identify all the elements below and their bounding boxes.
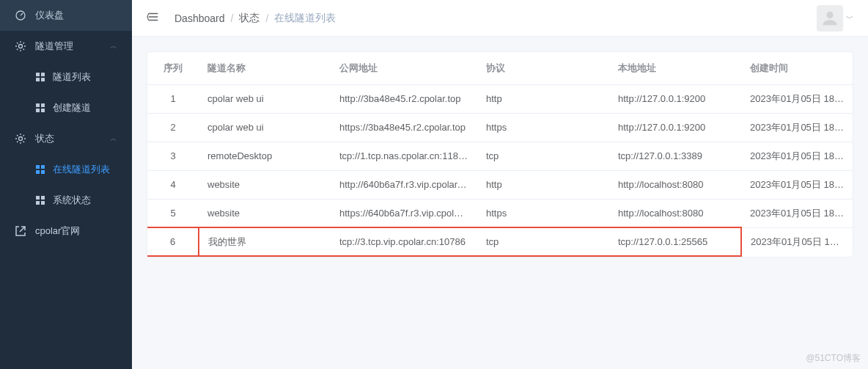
cell-name: website: [199, 170, 331, 199]
cell-local: tcp://127.0.0.1:3389: [609, 142, 741, 170]
cell-created: 2023年01月05日 18时42分35秒: [741, 170, 853, 199]
sidebar-item-cpolar-site[interactable]: cpolar官网: [0, 216, 132, 246]
breadcrumb-item-current: 在线隧道列表: [274, 12, 336, 25]
sidebar-group-tunnel-manage[interactable]: 隧道管理 ︿: [0, 31, 132, 62]
gear-icon: [15, 40, 26, 52]
cell-proto: https: [477, 199, 609, 227]
cell-proto: http: [477, 84, 609, 113]
svg-rect-9: [41, 109, 45, 112]
svg-rect-18: [41, 201, 45, 205]
svg-point-10: [19, 137, 23, 141]
cell-created: 2023年01月05日 18时43分09秒: [741, 113, 853, 142]
svg-rect-17: [36, 201, 40, 205]
cell-created: 2023年01月05日 18时48分45秒: [741, 227, 853, 256]
svg-rect-2: [36, 73, 40, 76]
cell-seq: 6: [147, 227, 199, 256]
menu-toggle-button[interactable]: [147, 10, 160, 26]
sidebar-item-system-status[interactable]: 系统状态: [0, 185, 132, 216]
user-menu[interactable]: ﹀: [817, 5, 853, 32]
cell-local: http://localhost:8080: [609, 170, 741, 199]
tunnel-table-card: 序列 隧道名称 公网地址 协议 本地地址 创建时间 1cpolar web ui…: [147, 51, 853, 257]
svg-rect-14: [41, 170, 45, 174]
sidebar-item-label: 仪表盘: [35, 9, 64, 22]
cell-created: 2023年01月05日 18时42分35秒: [741, 199, 853, 227]
grid-icon: [35, 195, 45, 205]
sidebar-item-label: 系统状态: [53, 194, 91, 207]
breadcrumb-item[interactable]: 状态: [239, 12, 260, 25]
chevron-up-icon: ︿: [110, 134, 117, 144]
svg-rect-8: [36, 109, 40, 112]
cell-seq: 4: [147, 170, 199, 199]
breadcrumb-item[interactable]: Dashboard: [174, 12, 225, 24]
sidebar-group-status[interactable]: 状态 ︿: [0, 123, 132, 154]
breadcrumb-separator: /: [231, 12, 234, 24]
table-row[interactable]: 5websitehttps://640b6a7f.r3.vip.cpolar.c…: [147, 199, 853, 227]
cell-proto: http: [477, 170, 609, 199]
cell-name: cpolar web ui: [199, 84, 331, 113]
grid-icon: [35, 103, 45, 113]
sidebar: 仪表盘 隧道管理 ︿ 隧道列表 创建隧道: [0, 0, 132, 369]
cell-seq: 5: [147, 199, 199, 227]
cell-name: cpolar web ui: [199, 113, 331, 142]
sidebar-item-label: 隧道管理: [35, 40, 73, 53]
cell-name: remoteDesktop: [199, 142, 331, 170]
svg-point-1: [19, 45, 23, 48]
sidebar-item-label: 创建隧道: [53, 101, 91, 114]
table-row[interactable]: 4websitehttp://640b6a7f.r3.vip.cpolar.cn…: [147, 170, 853, 199]
sidebar-item-tunnel-list[interactable]: 隧道列表: [0, 62, 132, 92]
gauge-icon: [15, 10, 26, 21]
avatar: [817, 5, 843, 32]
cell-local: http://localhost:8080: [609, 199, 741, 227]
svg-rect-3: [41, 73, 45, 76]
cell-proto: tcp: [477, 227, 609, 256]
table-header-row: 序列 隧道名称 公网地址 协议 本地地址 创建时间: [147, 52, 853, 84]
cell-local: http://127.0.0.1:9200: [609, 113, 741, 142]
cell-public: tcp://1.tcp.nas.cpolar.cn:11852: [331, 142, 477, 170]
col-created: 创建时间: [741, 52, 853, 84]
cell-created: 2023年01月05日 18时43分09秒: [741, 84, 853, 113]
tunnel-table: 序列 隧道名称 公网地址 协议 本地地址 创建时间 1cpolar web ui…: [147, 52, 853, 257]
cell-public: http://640b6a7f.r3.vip.cpolar.cn: [331, 170, 477, 199]
cell-local: tcp://127.0.0.1:25565: [609, 227, 741, 256]
svg-rect-11: [36, 165, 40, 169]
col-proto: 协议: [477, 52, 609, 84]
cell-seq: 3: [147, 142, 199, 170]
cell-created: 2023年01月05日 18时43分10秒: [741, 142, 853, 170]
table-row[interactable]: 1cpolar web uihttp://3ba48e45.r2.cpolar.…: [147, 84, 853, 113]
sidebar-item-online-tunnels[interactable]: 在线隧道列表: [0, 154, 132, 185]
table-row[interactable]: 2cpolar web uihttps://3ba48e45.r2.cpolar…: [147, 113, 853, 142]
svg-rect-15: [36, 196, 40, 200]
grid-icon: [35, 72, 45, 82]
svg-rect-7: [41, 103, 45, 107]
chevron-up-icon: ︿: [110, 41, 117, 51]
sidebar-item-label: 隧道列表: [53, 70, 91, 84]
svg-rect-6: [36, 103, 40, 107]
breadcrumb: Dashboard / 状态 / 在线隧道列表: [174, 12, 817, 25]
cell-public: tcp://3.tcp.vip.cpolar.cn:10786: [331, 227, 477, 256]
main-panel: Dashboard / 状态 / 在线隧道列表 ﹀: [132, 0, 868, 369]
svg-rect-5: [41, 78, 45, 81]
table-row[interactable]: 3remoteDesktoptcp://1.tcp.nas.cpolar.cn:…: [147, 142, 853, 170]
sidebar-item-create-tunnel[interactable]: 创建隧道: [0, 92, 132, 123]
cell-proto: tcp: [477, 142, 609, 170]
gear-icon: [15, 133, 26, 145]
sidebar-item-label: 状态: [35, 132, 54, 145]
sidebar-item-label: cpolar官网: [35, 224, 80, 238]
col-name: 隧道名称: [199, 52, 331, 84]
svg-rect-4: [36, 78, 40, 81]
svg-rect-13: [36, 170, 40, 174]
external-link-icon: [15, 225, 26, 237]
breadcrumb-separator: /: [265, 12, 268, 24]
cell-local: http://127.0.0.1:9200: [609, 84, 741, 113]
cell-public: https://3ba48e45.r2.cpolar.top: [331, 113, 477, 142]
cell-public: https://640b6a7f.r3.vip.cpolar.cn: [331, 199, 477, 227]
watermark: @51CTO博客: [806, 352, 861, 365]
cell-name: 我的世界: [199, 227, 331, 256]
topbar: Dashboard / 状态 / 在线隧道列表 ﹀: [132, 0, 868, 37]
chevron-down-icon: ﹀: [846, 13, 853, 23]
table-row[interactable]: 6我的世界tcp://3.tcp.vip.cpolar.cn:10786tcpt…: [147, 227, 853, 256]
grid-icon: [35, 164, 45, 175]
sidebar-item-dashboard[interactable]: 仪表盘: [0, 0, 132, 31]
cell-name: website: [199, 199, 331, 227]
svg-rect-12: [41, 165, 45, 169]
